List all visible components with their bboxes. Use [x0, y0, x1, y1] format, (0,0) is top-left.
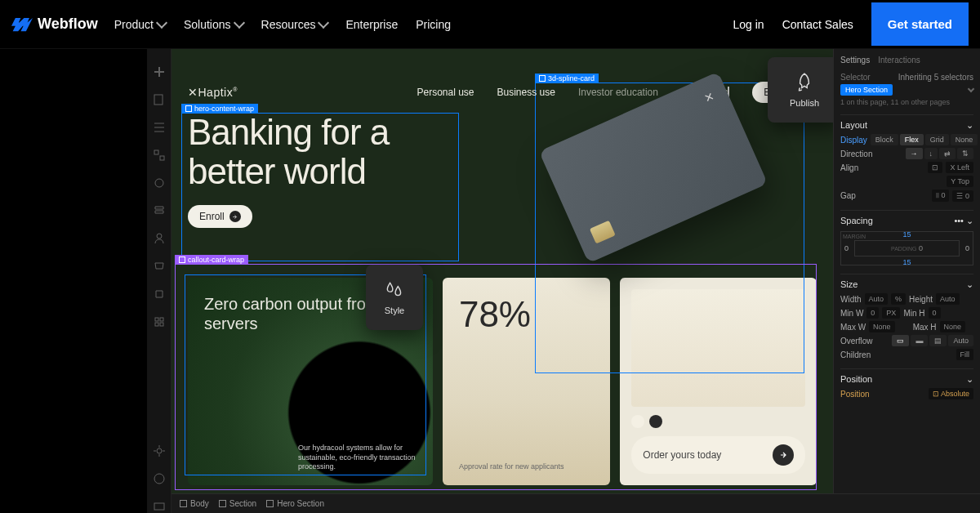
nav-solutions[interactable]: Solutions: [184, 18, 243, 31]
panel-tabs: Settings Interactions: [840, 54, 973, 66]
overflow-auto[interactable]: Auto: [948, 335, 973, 346]
card-logo-icon: ✕: [702, 89, 716, 105]
align-x[interactable]: X Left: [946, 162, 973, 173]
section-size[interactable]: Size⌄: [840, 279, 973, 290]
dir-rowrev-icon[interactable]: ⇄: [939, 148, 956, 159]
site-nav-item[interactable]: Personal use: [416, 87, 474, 98]
style-callout: Style: [366, 265, 423, 330]
users-icon[interactable]: [153, 232, 166, 245]
crumb-hero[interactable]: Hero Section: [266, 499, 324, 508]
apps-icon[interactable]: [153, 315, 166, 328]
site-nav-item[interactable]: Business use: [497, 87, 555, 98]
inheriting-hint: Inheriting 5 selectors: [898, 73, 973, 82]
gap-row[interactable]: ☰ 0: [952, 190, 973, 202]
contact-sales-link[interactable]: Contact Sales: [782, 18, 853, 31]
svg-rect-6: [160, 318, 163, 321]
display-options: Block Flex Grid None: [871, 134, 978, 145]
svg-rect-5: [155, 318, 158, 321]
navigator-icon[interactable]: [153, 121, 166, 134]
webflow-top-nav: Webflow Product Solutions Resources Ente…: [0, 0, 980, 49]
chevron-down-icon: [156, 17, 167, 29]
tab-settings[interactable]: Settings: [840, 54, 870, 66]
nav-enterprise[interactable]: Enterprise: [345, 18, 398, 31]
ecommerce-icon[interactable]: [153, 260, 166, 273]
svg-point-3: [155, 179, 163, 187]
selector-tag-hero[interactable]: hero-content-wrap: [181, 104, 258, 114]
design-canvas[interactable]: ✕Haptix® Personal use Business use Inves…: [172, 49, 833, 493]
svg-rect-2: [160, 156, 164, 160]
droplets-icon: [384, 279, 405, 301]
svg-rect-8: [160, 323, 163, 326]
section-spacing[interactable]: Spacing••• ⌄: [840, 216, 973, 226]
opt-grid[interactable]: Grid: [925, 134, 949, 145]
publish-callout: Publish: [768, 57, 833, 123]
video-icon[interactable]: [153, 500, 166, 513]
help-icon[interactable]: [153, 472, 166, 485]
chip-icon: [590, 221, 616, 244]
crumb-body[interactable]: Body: [180, 499, 209, 508]
section-position[interactable]: Position⌄: [840, 374, 973, 385]
svg-rect-1: [154, 150, 158, 154]
opt-flex[interactable]: Flex: [900, 134, 924, 145]
style-label: Style: [385, 306, 404, 315]
align-y[interactable]: Y Top: [947, 176, 973, 187]
webflow-logo[interactable]: Webflow: [11, 16, 98, 33]
dir-colrev-icon[interactable]: ⇅: [957, 148, 973, 159]
assets-icon[interactable]: [153, 176, 166, 190]
overflow-scroll-icon[interactable]: ▤: [929, 335, 947, 346]
selection-outline: [181, 113, 459, 261]
nav-product[interactable]: Product: [114, 18, 166, 31]
section-layout[interactable]: Layout⌄: [840, 120, 973, 131]
designer-stage: ✕Haptix® Personal use Business use Inves…: [147, 49, 980, 513]
gap-col[interactable]: ⫴ 0: [932, 190, 950, 202]
site-nav-item[interactable]: Investor education: [578, 87, 658, 98]
svg-rect-7: [155, 323, 158, 326]
position-value[interactable]: ⊡ Absolute: [929, 388, 973, 399]
chevron-down-icon: [233, 17, 244, 29]
components-icon[interactable]: [153, 149, 166, 162]
margin-top[interactable]: 15: [902, 230, 911, 239]
margin-bottom[interactable]: 15: [902, 258, 911, 266]
dir-row-icon[interactable]: →: [906, 148, 923, 159]
overflow-hidden-icon[interactable]: ▬: [911, 335, 928, 346]
cms-icon[interactable]: [153, 204, 166, 217]
overflow-visible-icon[interactable]: ▭: [892, 335, 909, 346]
tab-interactions[interactable]: Interactions: [878, 54, 920, 66]
chevron-down-icon[interactable]: [968, 85, 974, 91]
opt-none[interactable]: None: [951, 134, 978, 145]
webflow-logo-icon: [11, 17, 33, 32]
element-icon: [180, 500, 187, 507]
align-box-icon[interactable]: ⊡: [928, 162, 942, 173]
logic-icon[interactable]: [153, 288, 166, 301]
chevron-down-icon: [318, 17, 329, 29]
svg-point-10: [154, 474, 164, 484]
element-icon: [266, 500, 274, 507]
element-icon: [185, 105, 192, 112]
svg-rect-11: [154, 503, 164, 510]
crumb-section[interactable]: Section: [219, 499, 256, 508]
breadcrumb-bar: Body Section Hero Section: [172, 493, 980, 513]
site-brand: ✕Haptix®: [188, 86, 238, 99]
opt-block[interactable]: Block: [871, 134, 898, 145]
settings-icon[interactable]: [153, 444, 166, 457]
nav-resources[interactable]: Resources: [261, 18, 328, 31]
nav-pricing[interactable]: Pricing: [416, 18, 451, 31]
primary-nav: Product Solutions Resources Enterprise P…: [114, 18, 451, 31]
left-toolbar: [147, 49, 172, 513]
login-link[interactable]: Log in: [733, 18, 764, 31]
selector-tag-spline[interactable]: 3d-spline-card: [535, 74, 599, 83]
pages-icon[interactable]: [153, 93, 166, 106]
add-icon[interactable]: [153, 65, 166, 78]
brand-text: Webflow: [38, 16, 98, 33]
style-panel: Settings Interactions SelectorInheriting…: [833, 49, 980, 493]
svg-rect-0: [154, 95, 163, 105]
selector-tag-callout[interactable]: callout-card-wrap: [175, 255, 248, 265]
rocket-icon: [794, 72, 815, 93]
element-icon: [219, 500, 226, 507]
selector-context: 1 on this page, 11 on other pages: [840, 98, 973, 106]
secondary-nav: Log in Contact Sales Get started: [733, 2, 969, 46]
dir-col-icon[interactable]: ↓: [924, 148, 938, 159]
get-started-button[interactable]: Get started: [871, 2, 969, 46]
selector-chip[interactable]: Hero Section: [840, 84, 893, 96]
spacing-editor[interactable]: 15 MARGIN PADDING 0 0 0 15: [840, 231, 973, 265]
